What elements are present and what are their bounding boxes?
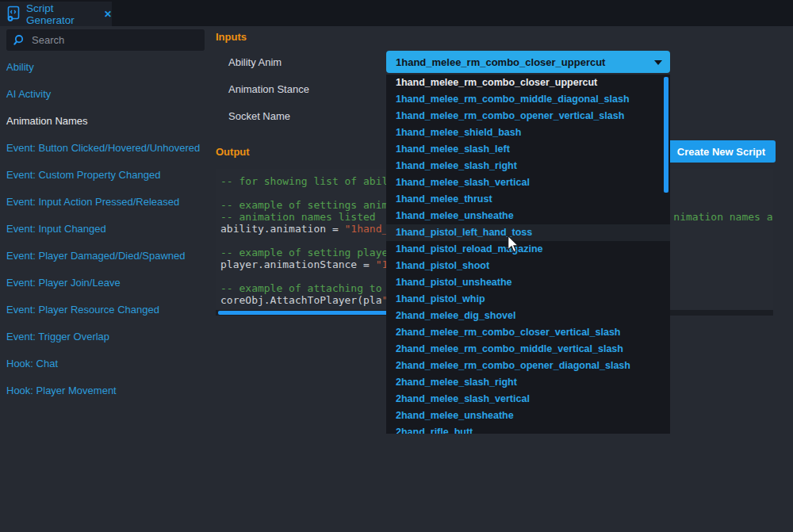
- socket-name-label: Socket Name: [228, 110, 290, 122]
- dropdown-option[interactable]: 2hand_melee_dig_shovel: [386, 308, 670, 324]
- tab-script-generator[interactable]: Script Generator ✕: [0, 2, 112, 26]
- output-section-header: Output: [216, 146, 250, 158]
- ability-anim-label: Ability Anim: [228, 56, 282, 68]
- chevron-down-icon: [654, 60, 662, 65]
- search-box[interactable]: [6, 29, 205, 51]
- script-generator-icon: [6, 6, 21, 22]
- sidebar-item[interactable]: Event: Player Damaged/Died/Spawned: [0, 243, 206, 270]
- top-tab-bar: Script Generator ✕: [0, 0, 793, 26]
- dropdown-option[interactable]: 2hand_melee_rm_combo_opener_diagonal_sla…: [386, 358, 670, 374]
- dropdown-option[interactable]: 1hand_melee_unsheathe: [386, 208, 670, 224]
- sidebar-item[interactable]: Event: Trigger Overlap: [0, 323, 206, 350]
- dropdown-option[interactable]: 2hand_melee_rm_combo_closer_vertical_sla…: [386, 324, 670, 341]
- sidebar-item[interactable]: Animation Names: [0, 108, 206, 135]
- animation-stance-label: Animation Stance: [228, 83, 309, 95]
- dropdown-option[interactable]: 1hand_pistol_shoot: [386, 258, 670, 274]
- dropdown-option[interactable]: 2hand_melee_unsheathe: [386, 408, 670, 424]
- sidebar-item[interactable]: Ability: [0, 54, 206, 81]
- sidebar-item[interactable]: Hook: Player Movement: [0, 377, 206, 404]
- dropdown-option[interactable]: 1hand_pistol_left_hand_toss: [386, 224, 670, 241]
- dropdown-option[interactable]: 1hand_melee_slash_vertical: [386, 174, 670, 191]
- sidebar-item[interactable]: Event: Button Clicked/Hovered/Unhovered: [0, 135, 206, 162]
- sidebar-item[interactable]: AI Activity: [0, 81, 206, 108]
- dropdown-option[interactable]: 1hand_melee_shield_bash: [386, 124, 670, 141]
- dropdown-option[interactable]: 1hand_melee_thrust: [386, 191, 670, 208]
- dropdown-option[interactable]: 2hand_melee_slash_vertical: [386, 391, 670, 408]
- dropdown-option[interactable]: 1hand_pistol_reload_magazine: [386, 241, 670, 258]
- sidebar-item[interactable]: Hook: Chat: [0, 350, 206, 377]
- dropdown-option[interactable]: 1hand_melee_rm_combo_closer_uppercut: [386, 75, 670, 91]
- inputs-section-header: Inputs: [216, 31, 247, 43]
- tab-title: Script Generator: [26, 2, 96, 26]
- sidebar-item[interactable]: Event: Input Changed: [0, 216, 206, 243]
- dropdown-option[interactable]: 1hand_pistol_unsheathe: [386, 274, 670, 291]
- dropdown-option[interactable]: 1hand_melee_slash_right: [386, 158, 670, 174]
- create-new-script-button[interactable]: Create New Script: [667, 140, 776, 163]
- sidebar-item[interactable]: Event: Input Action Pressed/Released: [0, 189, 206, 216]
- ability-anim-select[interactable]: 1hand_melee_rm_combo_closer_uppercut: [386, 51, 670, 73]
- sidebar-item[interactable]: Event: Player Resource Changed: [0, 297, 206, 323]
- dropdown-option[interactable]: 2hand_melee_rm_combo_middle_vertical_sla…: [386, 341, 670, 358]
- ability-anim-dropdown-list: 1hand_melee_rm_combo_closer_uppercut1han…: [386, 75, 670, 434]
- ability-anim-selected-value: 1hand_melee_rm_combo_closer_uppercut: [396, 56, 605, 68]
- tab-close-icon[interactable]: ✕: [104, 9, 112, 20]
- dropdown-scrollbar-thumb[interactable]: [664, 77, 668, 193]
- dropdown-option[interactable]: 1hand_pistol_whip: [386, 291, 670, 308]
- dropdown-option[interactable]: 1hand_melee_rm_combo_middle_diagonal_sla…: [386, 91, 670, 108]
- mouse-cursor: [506, 235, 520, 257]
- search-icon: [13, 34, 26, 47]
- search-input[interactable]: [32, 34, 190, 46]
- dropdown-option[interactable]: 1hand_melee_rm_combo_opener_vertical_sla…: [386, 108, 670, 124]
- sidebar-item[interactable]: Event: Custom Property Changed: [0, 162, 206, 189]
- dropdown-option[interactable]: 1hand_melee_slash_left: [386, 141, 670, 158]
- sidebar-template-list: AbilityAI ActivityAnimation NamesEvent: …: [0, 54, 206, 404]
- dropdown-option[interactable]: 2hand_rifle_butt: [386, 424, 670, 434]
- dropdown-option[interactable]: 2hand_melee_slash_right: [386, 374, 670, 391]
- sidebar-item[interactable]: Event: Player Join/Leave: [0, 270, 206, 297]
